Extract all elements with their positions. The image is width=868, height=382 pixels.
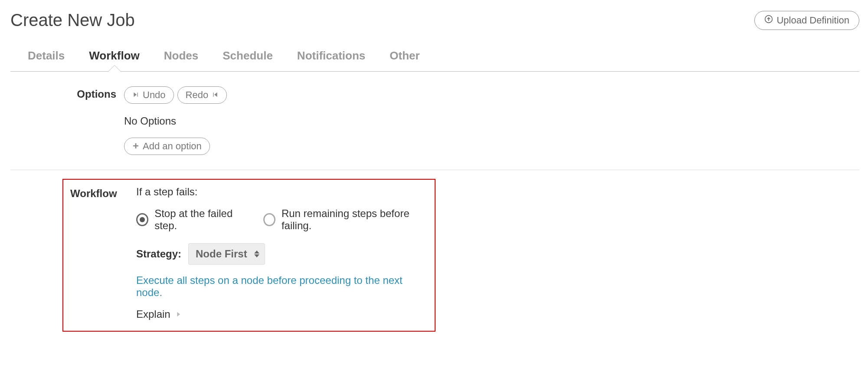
tab-schedule[interactable]: Schedule (223, 49, 273, 71)
undo-button[interactable]: Undo (124, 86, 174, 104)
undo-label: Undo (143, 89, 166, 101)
tab-bar: Details Workflow Nodes Schedule Notifica… (10, 49, 859, 72)
workflow-highlight-box: Workflow If a step fails: Stop at the fa… (62, 179, 436, 332)
tab-nodes[interactable]: Nodes (164, 49, 198, 71)
add-option-button[interactable]: Add an option (124, 138, 210, 155)
upload-icon (764, 15, 773, 26)
tab-workflow[interactable]: Workflow (89, 49, 140, 71)
radio-stop-label: Stop at the failed step. (154, 207, 250, 232)
upload-definition-button[interactable]: Upload Definition (754, 11, 859, 30)
tab-notifications[interactable]: Notifications (297, 49, 365, 71)
upload-definition-label: Upload Definition (776, 15, 849, 26)
redo-button[interactable]: Redo (177, 86, 227, 104)
tab-details[interactable]: Details (28, 49, 65, 71)
redo-icon (212, 89, 219, 101)
select-arrows-icon (254, 250, 259, 257)
options-section-label: Options (10, 86, 124, 100)
radio-run-label: Run remaining steps before failing. (282, 207, 430, 232)
explain-label: Explain (136, 308, 170, 320)
page-title: Create New Job (10, 10, 135, 30)
radio-stop-at-failed[interactable]: Stop at the failed step. (136, 207, 250, 232)
strategy-label: Strategy: (136, 248, 181, 260)
strategy-description: Execute all steps on a node before proce… (136, 274, 430, 299)
strategy-select[interactable]: Node First (188, 243, 265, 265)
add-option-label: Add an option (143, 141, 202, 152)
redo-label: Redo (186, 89, 209, 101)
section-divider (10, 170, 859, 170)
radio-selected-icon (136, 213, 148, 226)
radio-unselected-icon (263, 213, 275, 226)
undo-icon (132, 89, 139, 101)
workflow-section-label: Workflow (68, 186, 136, 200)
explain-toggle[interactable]: Explain (136, 308, 430, 320)
radio-run-remaining[interactable]: Run remaining steps before failing. (263, 207, 430, 232)
chevron-right-icon (175, 308, 182, 320)
plus-icon (132, 141, 139, 152)
step-fail-prompt: If a step fails: (136, 186, 430, 198)
strategy-value: Node First (196, 248, 247, 260)
tab-other[interactable]: Other (390, 49, 419, 71)
no-options-text: No Options (124, 115, 859, 127)
